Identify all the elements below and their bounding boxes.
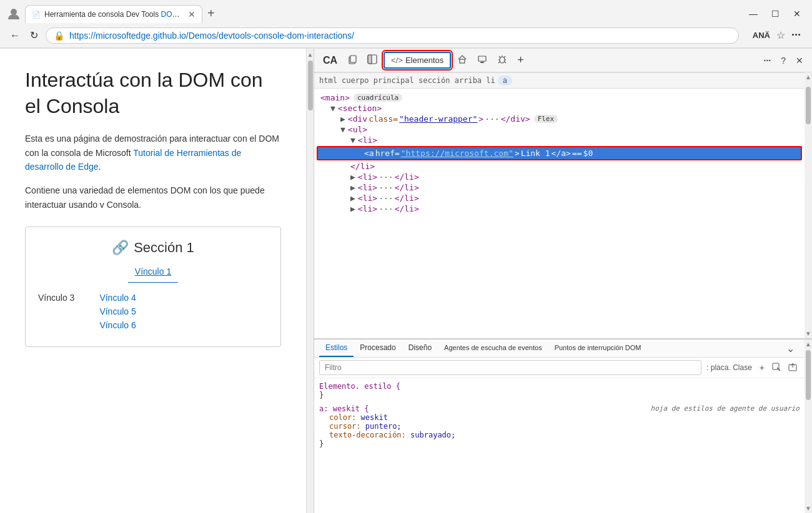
link3-label: Vínculo 3: [38, 293, 74, 303]
scrollbar-up-arrow[interactable]: ▲: [307, 51, 314, 58]
css-selector-element: Elemento. estilo {: [319, 382, 400, 391]
browser-actions: ANÄ ☆ ···: [749, 27, 805, 43]
browser-chrome: 📄 Herramienta de consola Dev Tools DOM i…: [0, 0, 812, 49]
styles-tab-more[interactable]: ⌄: [781, 340, 800, 357]
tab-diseno[interactable]: Diseño: [402, 340, 438, 357]
dom-line-li-5[interactable]: ▶ <li> ··· </li>: [314, 203, 805, 214]
breadcrumb-text: html cuerpo principal sección arriba li: [319, 76, 495, 85]
profile-icon: [5, 5, 22, 22]
title-bar: 📄 Herramienta de consola Dev Tools DOM i…: [0, 0, 812, 23]
svg-rect-2: [350, 56, 356, 62]
devtools-toolbar: CA </> Elementos + ··· ?: [314, 49, 812, 72]
tab-page-icon: 📄: [32, 11, 41, 19]
breadcrumb-current[interactable]: a: [498, 76, 512, 86]
section-heading: 🔗 Sección 1: [38, 240, 268, 256]
bug-icon-button[interactable]: [493, 52, 511, 69]
css-prop-text-decoration: texto-decoración: subrayado;: [319, 431, 455, 439]
dom-breadcrumb: html cuerpo principal sección arriba li …: [314, 72, 805, 89]
tab-bar: 📄 Herramienta de consola Dev Tools DOM i…: [25, 4, 740, 23]
css-prop-cursor: cursor: puntero;: [319, 422, 402, 431]
tutorial-link[interactable]: Tutorial de Herramientas de desarrollo d…: [25, 148, 241, 172]
page-scrollbar[interactable]: ▲: [306, 49, 314, 513]
dom-panel: html cuerpo principal sección arriba li …: [314, 72, 805, 338]
svg-point-8: [500, 57, 505, 63]
address-text: https://microsoftedge.github.io/Demos/de…: [69, 31, 731, 41]
page-heading: Interactúa con la DOM con el Consola: [25, 67, 281, 119]
favorites-button[interactable]: ☆: [776, 29, 785, 41]
page-desc2: Contiene una variedad de elementos DOM c…: [25, 183, 281, 212]
tab-puntos[interactable]: Puntos de interrupción DOM: [548, 340, 648, 356]
dom-line-a-selected[interactable]: <a href= "https://microsoft.com" > Link …: [317, 146, 802, 160]
styles-main: Estilos Procesado Diseño Agentes de escu…: [314, 340, 805, 513]
new-tab-button[interactable]: +: [202, 4, 220, 23]
css-rule-a: a: weskit { hoja de estilos de agente de…: [319, 404, 800, 448]
copy-icon-button[interactable]: [344, 52, 361, 69]
css-rules: Elemento. estilo { } a: weskit { hoja de…: [314, 378, 805, 457]
home-icon-button[interactable]: [453, 52, 471, 69]
tab-close-button[interactable]: ✕: [188, 9, 196, 19]
filter-input[interactable]: [319, 360, 701, 375]
link1[interactable]: Vínculo 1: [135, 266, 171, 276]
address-bar: ← ↻ 🔒 https://microsoftedge.github.io/De…: [0, 23, 812, 48]
bottom-scrollbar[interactable]: ▲ ▼: [805, 340, 812, 513]
filter-export-button[interactable]: [786, 361, 800, 374]
dom-line-div[interactable]: ▶ <div class= "header-wrapper" > ··· </d…: [314, 114, 805, 124]
tab-estilos[interactable]: Estilos: [319, 340, 354, 357]
dom-line-ul[interactable]: ▼ <ul>: [314, 124, 805, 135]
filter-actions: +: [757, 361, 800, 374]
svg-rect-7: [480, 62, 484, 63]
bottom-scroll-down[interactable]: ▼: [805, 505, 811, 512]
svg-rect-4: [368, 55, 372, 64]
dom-scroll-thumb[interactable]: [806, 87, 811, 124]
filter-inspect-button[interactable]: [770, 361, 783, 374]
tab-title: Herramienta de consola Dev Tools DOM int…: [44, 10, 182, 19]
dom-line-li[interactable]: ▼ <li>: [314, 135, 805, 145]
filter-add-button[interactable]: +: [757, 361, 767, 374]
dom-line-li-2[interactable]: ▶ <li> ··· </li>: [314, 172, 805, 182]
bottom-scroll-thumb[interactable]: [806, 350, 811, 400]
address-box[interactable]: 🔒 https://microsoftedge.github.io/Demos/…: [46, 27, 739, 44]
devtools-help-button[interactable]: ?: [777, 53, 790, 68]
device-icon-button[interactable]: [473, 52, 491, 69]
minimize-button[interactable]: —: [743, 6, 764, 21]
elements-tab-icon: </>: [391, 56, 403, 65]
refresh-button[interactable]: ↻: [27, 27, 41, 44]
page-desc1: Esta es una página de demostración para …: [25, 132, 281, 173]
tab-procesado[interactable]: Procesado: [354, 340, 402, 357]
tab-agentes[interactable]: Agentes de escucha de eventos: [438, 340, 548, 356]
filter-row: : placa. Clase +: [314, 358, 805, 378]
dom-scrollbar[interactable]: ▲ ▼: [805, 72, 812, 338]
devtools-top: html cuerpo principal sección arriba li …: [314, 72, 812, 338]
scrollbar-thumb[interactable]: [308, 61, 313, 110]
ana-button[interactable]: ANÄ: [749, 28, 774, 42]
devtools-more-button[interactable]: ···: [760, 53, 775, 68]
panel-toggle-button[interactable]: [364, 52, 381, 69]
link-icon: 🔗: [112, 240, 129, 256]
css-source: hoja de estilos de agente de usuario: [651, 404, 800, 413]
dom-line-close-li[interactable]: </li>: [314, 161, 805, 172]
add-tool-button[interactable]: +: [513, 51, 528, 69]
svg-rect-5: [460, 59, 465, 63]
devtools-panel: CA </> Elementos + ··· ?: [314, 49, 812, 513]
bottom-scroll-up[interactable]: ▲: [805, 341, 811, 348]
section-separator: [128, 282, 178, 283]
window-controls: — ☐ ✕: [743, 6, 807, 21]
dom-line-section[interactable]: ▼ <section>: [314, 103, 805, 114]
link5[interactable]: Vínculo 5: [99, 306, 136, 316]
active-tab[interactable]: 📄 Herramienta de consola Dev Tools DOM i…: [25, 5, 202, 23]
window-close-button[interactable]: ✕: [787, 6, 807, 21]
link4[interactable]: Vínculo 4: [99, 293, 136, 303]
dom-line-li-3[interactable]: ▶ <li> ··· </li>: [314, 182, 805, 193]
dom-scroll-down[interactable]: ▼: [805, 330, 811, 337]
dom-line-main[interactable]: <main> cuadrícula: [314, 92, 805, 103]
link6[interactable]: Vínculo 6: [99, 320, 136, 330]
back-button[interactable]: ←: [7, 27, 22, 44]
dom-scroll-up[interactable]: ▲: [805, 74, 811, 81]
maximize-button[interactable]: ☐: [765, 6, 786, 21]
elements-tab[interactable]: </> Elementos: [384, 52, 451, 69]
dom-line-li-4[interactable]: ▶ <li> ··· </li>: [314, 193, 805, 203]
browser-more-button[interactable]: ···: [788, 27, 805, 43]
devtools-close-button[interactable]: ✕: [792, 53, 807, 68]
page-content: Interactúa con la DOM con el Consola Est…: [0, 49, 306, 513]
css-selector-a: a: weskit {: [319, 404, 369, 413]
